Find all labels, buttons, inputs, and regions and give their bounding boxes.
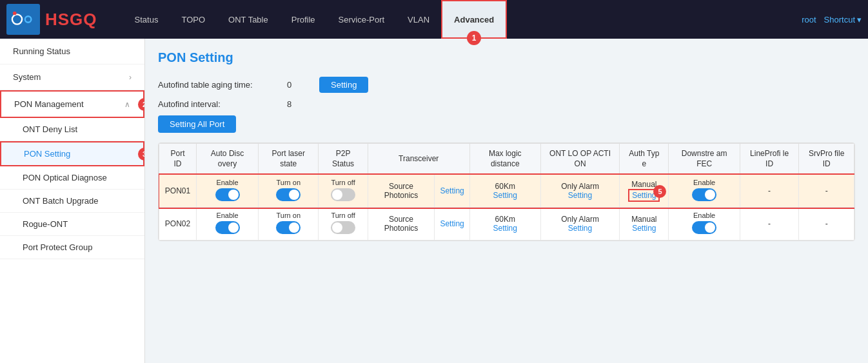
col-loop-action: ONT LO OP ACTI ON: [540, 144, 619, 175]
col-srv-profile: SrvPro file ID: [799, 144, 854, 175]
max-dist-link-2[interactable]: Setting: [493, 224, 517, 233]
cell-port-laser: Turn on: [259, 175, 319, 208]
sidebar-item-rogue-ont[interactable]: Rogue-ONT: [0, 213, 144, 236]
cell-port-id-2: PON02 4: [159, 208, 197, 240]
auth-type-link-2[interactable]: Setting: [632, 224, 656, 233]
table-row: PON02 4 Enable Turn on: [159, 208, 854, 240]
svg-point-2: [13, 12, 17, 15]
downstream-toggle-2[interactable]: [692, 221, 716, 234]
cell-line-profile-2: -: [740, 208, 798, 240]
nav-vlan[interactable]: VLAN: [396, 0, 441, 39]
loop-action-value: Only Alarm: [546, 182, 614, 191]
p2p-toggle-2[interactable]: [331, 221, 355, 234]
main-content: PON Setting Autofind table aging time: 0…: [145, 39, 868, 363]
cell-transceiver-setting-2[interactable]: Setting: [435, 208, 469, 240]
transceiver-setting-link-2[interactable]: Setting: [440, 219, 464, 228]
port-laser-slider-2: [276, 221, 301, 234]
table-wrapper: Port ID Auto Disc overy Port laser state…: [158, 142, 855, 241]
chevron-up-icon: ∧: [124, 100, 130, 109]
sidebar-item-port-protect-group[interactable]: Port Protect Group: [0, 236, 144, 259]
sidebar-item-running-status[interactable]: Running Status: [0, 39, 144, 64]
auto-disc-slider-2: [215, 221, 240, 234]
downstream-toggle[interactable]: [692, 188, 716, 201]
logo-text: HSGQ: [45, 10, 97, 30]
p2p-toggle[interactable]: [331, 188, 355, 201]
port-laser-label: Turn on: [264, 179, 313, 186]
nav-advanced-wrapper: Advanced 1: [441, 0, 507, 39]
transceiver-setting-link[interactable]: Setting: [440, 186, 464, 195]
downstream-label: Enable: [674, 179, 735, 186]
cell-transceiver: Source Photonics: [368, 175, 435, 208]
loop-action-link-2[interactable]: Setting: [568, 224, 592, 233]
sidebar-running-status-label: Running Status: [13, 46, 70, 56]
auth-type-link[interactable]: Setting 5: [628, 189, 660, 202]
form-row-1: Autofind table aging time: 0 Setting: [158, 77, 855, 93]
ont-deny-list-label: ONT Deny List: [23, 124, 77, 134]
cell-transceiver-setting[interactable]: Setting: [435, 175, 469, 208]
badge-1: 1: [467, 31, 481, 45]
auto-disc-label-2: Enable: [202, 211, 253, 219]
col-p2p: P2P Status: [319, 144, 368, 175]
cell-max-distance-2: 60Km Setting: [469, 208, 540, 240]
max-dist-link[interactable]: Setting: [493, 191, 517, 200]
auto-disc-toggle[interactable]: [215, 188, 240, 201]
shortcut-label: Shortcut: [824, 15, 855, 25]
p2p-slider: [331, 188, 355, 201]
p2p-label: Turn off: [324, 179, 362, 186]
autofind-aging-label: Autofind table aging time:: [158, 80, 274, 90]
cell-p2p: Turn off: [319, 175, 368, 208]
setting-button[interactable]: Setting: [319, 77, 368, 93]
nav-profile[interactable]: Profile: [280, 0, 327, 39]
cell-auto-disc-2: Enable: [196, 208, 258, 240]
badge-3: 3: [138, 148, 145, 161]
header-user: root: [802, 15, 816, 25]
shortcut-button[interactable]: Shortcut ▾: [824, 15, 862, 25]
setting-all-port-button[interactable]: Setting All Port: [158, 115, 236, 133]
nav-ont-table[interactable]: ONT Table: [217, 0, 280, 39]
auth-type-value-2: Manual: [625, 215, 663, 224]
port-laser-label-2: Turn on: [264, 211, 313, 219]
port-laser-toggle-2[interactable]: [276, 221, 301, 234]
max-dist-value-2: 60Km: [475, 215, 535, 224]
page-title: PON Setting: [158, 50, 855, 65]
sidebar-item-pon-management[interactable]: PON Management ∧ 2: [0, 90, 144, 118]
pon-optical-label: PON Optical Diagnose: [23, 173, 107, 182]
col-auto-disc: Auto Disc overy: [196, 144, 258, 175]
chevron-right-icon: ›: [129, 73, 132, 82]
cell-p2p-2: Turn off: [319, 208, 368, 240]
table-row: PON01 Enable Turn on: [159, 175, 854, 208]
sidebar-item-pon-setting[interactable]: PON Setting 3: [0, 141, 144, 166]
nav-service-port[interactable]: Service-Port: [327, 0, 397, 39]
cell-srv-profile-2: -: [799, 208, 854, 240]
sidebar-item-system[interactable]: System ›: [0, 64, 144, 90]
col-transceiver: Transceiver: [368, 144, 469, 175]
sidebar-item-ont-batch-upgrade[interactable]: ONT Batch Upgrade: [0, 190, 144, 213]
loop-action-value-2: Only Alarm: [546, 215, 614, 224]
nav-topo[interactable]: TOPO: [170, 0, 217, 39]
layout: Running Status System › PON Management ∧…: [0, 39, 868, 363]
col-port-laser: Port laser state: [259, 144, 319, 175]
header-right: root Shortcut ▾: [802, 15, 862, 25]
cell-srv-profile: -: [799, 175, 854, 208]
autofind-interval-label: Autofind interval:: [158, 99, 274, 109]
cell-loop-action-2: Only Alarm Setting: [540, 208, 619, 240]
auto-disc-toggle-2[interactable]: [215, 221, 240, 234]
col-downstream-fec: Downstre am FEC: [669, 144, 740, 175]
port-laser-slider: [276, 188, 301, 201]
rogue-ont-label: Rogue-ONT: [23, 219, 68, 229]
cell-loop-action: Only Alarm Setting: [540, 175, 619, 208]
port-laser-toggle[interactable]: [276, 188, 301, 201]
nav-status[interactable]: Status: [123, 0, 170, 39]
nav-items: Status TOPO ONT Table Profile Service-Po…: [123, 0, 802, 39]
col-max-distance: Max logic distance: [469, 144, 540, 175]
sidebar-pon-mgmt-label: PON Management: [14, 99, 84, 109]
sidebar-item-ont-deny-list[interactable]: ONT Deny List: [0, 118, 144, 141]
cell-downstream-fec-2: Enable: [669, 208, 740, 240]
cell-downstream-fec: Enable: [669, 175, 740, 208]
sidebar: Running Status System › PON Management ∧…: [0, 39, 145, 363]
loop-action-link[interactable]: Setting: [568, 191, 592, 200]
port-protect-label: Port Protect Group: [23, 242, 92, 252]
sidebar-item-pon-optical-diagnose[interactable]: PON Optical Diagnose: [0, 166, 144, 190]
cell-auth-type: Manual Setting 5: [620, 175, 669, 208]
logo-box: [6, 4, 40, 35]
